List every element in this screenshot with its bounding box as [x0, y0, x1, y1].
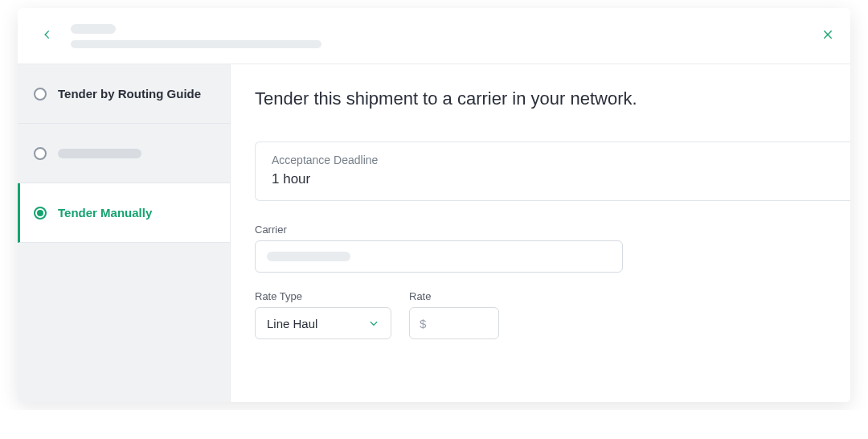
sidebar: Tender by Routing Guide Tender Manually: [18, 64, 231, 402]
currency-symbol: $: [420, 317, 426, 330]
skeleton-subtitle: [71, 40, 321, 48]
radio-unchecked-icon: [34, 147, 47, 160]
header: [18, 8, 850, 64]
page-title: Tender this shipment to a carrier in you…: [255, 88, 850, 109]
main-panel: Tender this shipment to a carrier in you…: [231, 64, 850, 402]
rate-type-value: Line Haul: [267, 317, 317, 330]
rate-group: Rate $: [409, 290, 499, 339]
carrier-label: Carrier: [255, 224, 850, 236]
skeleton-label: [58, 149, 141, 158]
body: Tender by Routing Guide Tender Manually …: [18, 64, 850, 402]
rate-type-label: Rate Type: [255, 290, 391, 302]
rate-field[interactable]: [426, 317, 489, 330]
rate-type-group: Rate Type Line Haul: [255, 290, 391, 339]
sidebar-item-tender-manually[interactable]: Tender Manually: [18, 183, 230, 243]
chevron-left-icon: [42, 29, 53, 43]
close-button[interactable]: [821, 30, 834, 43]
back-button[interactable]: [42, 31, 53, 42]
sidebar-item-placeholder[interactable]: [18, 124, 230, 183]
sidebar-item-routing-guide[interactable]: Tender by Routing Guide: [18, 64, 230, 124]
rate-type-select[interactable]: Line Haul: [255, 307, 391, 339]
sidebar-item-label: Tender by Routing Guide: [58, 87, 201, 101]
rate-input[interactable]: $: [409, 307, 499, 339]
rate-row: Rate Type Line Haul Rate $: [255, 290, 850, 357]
sidebar-list: Tender by Routing Guide Tender Manually: [18, 64, 230, 243]
radio-unchecked-icon: [34, 88, 47, 101]
skeleton-placeholder: [267, 252, 350, 261]
sidebar-item-label: Tender Manually: [58, 206, 152, 220]
app-window: Tender by Routing Guide Tender Manually …: [18, 8, 850, 402]
carrier-input[interactable]: [255, 240, 623, 273]
skeleton-title: [71, 24, 116, 34]
deadline-label: Acceptance Deadline: [272, 154, 834, 166]
close-icon: [821, 28, 834, 43]
header-title-block: [71, 24, 321, 48]
chevron-down-icon: [368, 318, 379, 329]
acceptance-deadline-card[interactable]: Acceptance Deadline 1 hour: [255, 142, 850, 201]
radio-checked-icon: [34, 207, 47, 220]
deadline-value: 1 hour: [272, 171, 834, 187]
rate-label: Rate: [409, 290, 499, 302]
carrier-group: Carrier: [255, 224, 850, 273]
